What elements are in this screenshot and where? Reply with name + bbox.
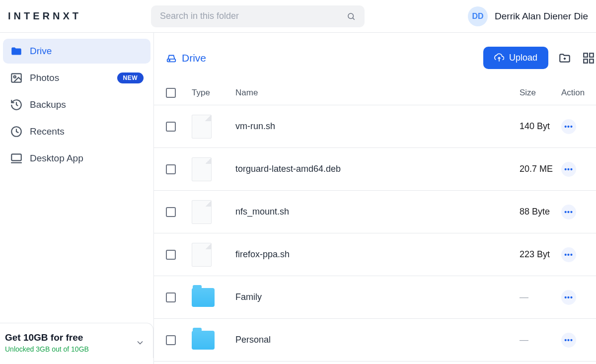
history-icon — [10, 98, 23, 111]
table-row[interactable]: torguard-latest-amd64.deb20.7 ME••• — [154, 148, 596, 191]
select-all-checkbox[interactable] — [166, 88, 176, 98]
grid-icon — [582, 52, 595, 65]
breadcrumb-label: Drive — [182, 52, 206, 64]
sidebar-item-recents[interactable]: Recents — [3, 119, 150, 144]
header: INTERNXT DD Derrik Alan Diener Die — [0, 0, 596, 33]
row-checkbox[interactable] — [166, 250, 176, 260]
avatar[interactable]: DD — [468, 6, 488, 26]
search-bar[interactable] — [151, 5, 365, 27]
file-icon — [192, 243, 212, 267]
search-icon — [347, 12, 356, 21]
row-name: Family — [235, 292, 520, 302]
file-rows: vm-run.sh140 Byt•••torguard-latest-amd64… — [154, 105, 596, 362]
username: Derrik Alan Diener Die — [495, 11, 588, 22]
row-checkbox[interactable] — [166, 292, 176, 302]
sidebar-item-backups[interactable]: Backups — [3, 92, 150, 117]
storage-subtitle: Unlocked 3GB out of 10GB — [5, 345, 89, 353]
folder-plus-icon — [558, 52, 571, 65]
file-icon — [192, 115, 212, 139]
row-actions-button[interactable]: ••• — [561, 205, 576, 219]
row-actions-button[interactable]: ••• — [561, 162, 576, 177]
toolbar: Drive Upload — [154, 33, 596, 81]
sidebar-item-label: Recents — [30, 126, 65, 137]
sidebar-nav: DrivePhotosNEWBackupsRecentsDesktop App — [3, 39, 150, 171]
sidebar-item-label: Photos — [30, 73, 59, 83]
row-size: 88 Byte — [520, 207, 550, 217]
row-size: 223 Byt — [520, 249, 550, 259]
file-icon — [192, 200, 212, 224]
desktop-icon — [10, 152, 23, 165]
storage-card[interactable]: Get 10GB for free Unlocked 3GB out of 10… — [0, 323, 153, 358]
breadcrumb[interactable]: Drive — [166, 52, 206, 64]
folder-icon — [192, 288, 215, 307]
table-row[interactable]: firefox-ppa.sh223 Byt••• — [154, 233, 596, 276]
svg-rect-14 — [584, 59, 588, 63]
svg-rect-12 — [584, 53, 588, 57]
row-name: vm-run.sh — [235, 121, 520, 132]
folder-icon — [192, 331, 215, 350]
row-actions-button[interactable]: ••• — [561, 290, 576, 305]
svg-point-0 — [348, 13, 354, 19]
new-folder-button[interactable] — [557, 51, 572, 66]
row-checkbox[interactable] — [166, 164, 176, 174]
storage-title: Get 10GB for free — [5, 332, 89, 343]
table-header: Type Name Size Action — [154, 81, 596, 105]
row-name: torguard-latest-amd64.deb — [235, 164, 520, 174]
table-row[interactable]: Personal—••• — [154, 319, 596, 362]
row-checkbox[interactable] — [166, 122, 176, 132]
col-header-name[interactable]: Name — [235, 88, 520, 98]
svg-point-8 — [169, 60, 170, 61]
col-header-action: Action — [561, 88, 596, 98]
row-name: nfs_mount.sh — [235, 207, 520, 217]
sidebar-item-desktop-app[interactable]: Desktop App — [3, 146, 150, 171]
row-size: 20.7 ME — [520, 164, 553, 174]
svg-point-3 — [14, 76, 16, 78]
svg-line-1 — [353, 18, 354, 19]
chevron-down-icon — [135, 338, 145, 348]
row-checkbox[interactable] — [166, 207, 176, 217]
sidebar-item-photos[interactable]: PhotosNEW — [3, 66, 150, 90]
table-row[interactable]: vm-run.sh140 Byt••• — [154, 105, 596, 148]
main: Drive Upload Type — [154, 33, 596, 364]
col-header-size[interactable]: Size — [520, 88, 561, 98]
row-actions-button[interactable]: ••• — [561, 333, 576, 348]
drive-icon — [166, 53, 177, 64]
row-size: — — [520, 335, 528, 345]
svg-rect-13 — [590, 53, 594, 57]
sidebar: DrivePhotosNEWBackupsRecentsDesktop App … — [0, 33, 154, 364]
table-row[interactable]: nfs_mount.sh88 Byte••• — [154, 191, 596, 233]
col-header-type[interactable]: Type — [192, 88, 235, 98]
logo: INTERNXT — [8, 10, 81, 22]
folder-icon — [10, 45, 23, 58]
row-name: firefox-ppa.sh — [235, 249, 520, 260]
upload-button[interactable]: Upload — [483, 47, 548, 69]
grid-view-button[interactable] — [581, 51, 596, 66]
row-actions-button[interactable]: ••• — [561, 247, 576, 262]
svg-rect-7 — [167, 59, 176, 62]
photo-icon — [10, 72, 23, 84]
row-name: Personal — [235, 335, 520, 345]
upload-label: Upload — [509, 53, 537, 63]
row-size: 140 Byt — [520, 121, 550, 131]
file-icon — [192, 157, 212, 181]
upload-icon — [494, 53, 504, 63]
svg-rect-15 — [590, 59, 594, 63]
row-actions-button[interactable]: ••• — [561, 119, 576, 134]
search-input[interactable] — [160, 11, 347, 21]
table-row[interactable]: Family—••• — [154, 276, 596, 319]
row-size: — — [520, 292, 528, 302]
sidebar-item-drive[interactable]: Drive — [3, 39, 150, 64]
sidebar-item-label: Backups — [30, 99, 66, 110]
row-checkbox[interactable] — [166, 335, 176, 345]
sidebar-item-label: Desktop App — [30, 153, 83, 164]
badge: NEW — [117, 73, 144, 83]
svg-rect-5 — [11, 154, 21, 160]
sidebar-item-label: Drive — [30, 46, 52, 57]
clock-icon — [10, 125, 23, 138]
